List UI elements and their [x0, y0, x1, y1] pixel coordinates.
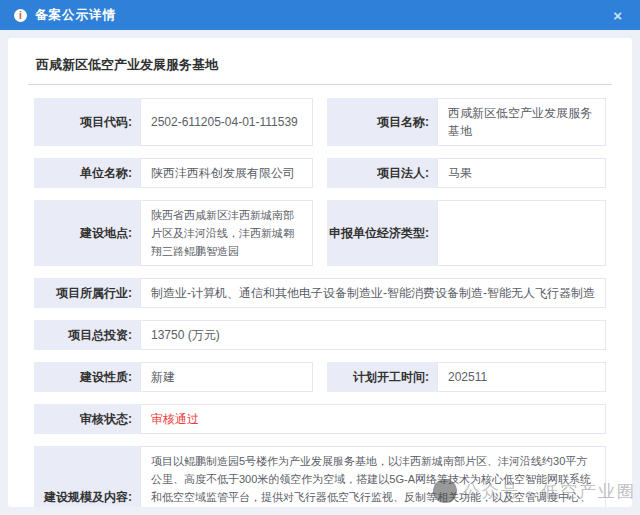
planned-start-time-value: 202511: [437, 362, 606, 392]
row-unit-legal: 单位名称: 陕西沣西科创发展有限公司 项目法人: 马果: [34, 158, 606, 188]
project-title: 西咸新区低空产业发展服务基地: [26, 50, 614, 84]
construction-nature-label: 建设性质:: [34, 362, 140, 392]
project-code-value: 2502-611205-04-01-111539: [140, 98, 313, 146]
detail-card: 西咸新区低空产业发展服务基地 项目代码: 2502-611205-04-01-1…: [8, 38, 632, 507]
field-audit-status: 审核状态: 审核通过: [34, 404, 606, 434]
info-circle-icon: i: [14, 9, 27, 22]
field-construction-nature: 建设性质: 新建: [34, 362, 313, 392]
row-industry: 项目所属行业: 制造业-计算机、通信和其他电子设备制造业-智能消费设备制造-智能…: [34, 278, 606, 308]
total-investment-label: 项目总投资:: [34, 320, 140, 350]
audit-status-badge: 审核通过: [140, 404, 606, 434]
construction-site-label: 建设地点:: [34, 200, 140, 266]
row-total-investment: 项目总投资: 13750 (万元): [34, 320, 606, 350]
row-nature-starttime: 建设性质: 新建 计划开工时间: 202511: [34, 362, 606, 392]
economic-type-value: [437, 200, 606, 266]
field-total-investment: 项目总投资: 13750 (万元): [34, 320, 606, 350]
industry-value: 制造业-计算机、通信和其他电子设备制造业-智能消费设备制造-智能无人飞行器制造: [140, 278, 606, 308]
field-project-code: 项目代码: 2502-611205-04-01-111539: [34, 98, 313, 146]
project-name-value: 西咸新区低空产业发展服务基地: [437, 98, 606, 146]
project-name-label: 项目名称:: [327, 98, 437, 146]
field-unit-name: 单位名称: 陕西沣西科创发展有限公司: [34, 158, 313, 188]
planned-start-time-label: 计划开工时间:: [327, 362, 437, 392]
close-icon[interactable]: ×: [609, 6, 626, 25]
unit-name-value: 陕西沣西科创发展有限公司: [140, 158, 313, 188]
unit-name-label: 单位名称:: [34, 158, 140, 188]
title-divider: [28, 84, 612, 85]
scale-content-label: 建设规模及内容:: [34, 446, 140, 507]
field-project-name: 项目名称: 西咸新区低空产业发展服务基地: [327, 98, 606, 146]
economic-type-label: 申报单位经济类型:: [327, 200, 437, 266]
project-code-label: 项目代码:: [34, 98, 140, 146]
scale-content-value: 项目以鲲鹏制造园5号楼作为产业发展服务基地，以沣西新城南部片区、沣河沿线约30平…: [140, 446, 606, 507]
total-investment-value: 13750 (万元): [140, 320, 606, 350]
field-industry: 项目所属行业: 制造业-计算机、通信和其他电子设备制造业-智能消费设备制造-智能…: [34, 278, 606, 308]
industry-label: 项目所属行业:: [34, 278, 140, 308]
field-economic-type: 申报单位经济类型:: [327, 200, 606, 266]
modal-header: i 备案公示详情 ×: [0, 0, 640, 30]
audit-status-label: 审核状态:: [34, 404, 140, 434]
field-scale-content: 建设规模及内容: 项目以鲲鹏制造园5号楼作为产业发展服务基地，以沣西新城南部片区…: [34, 446, 606, 507]
legal-person-value: 马果: [437, 158, 606, 188]
field-legal-person: 项目法人: 马果: [327, 158, 606, 188]
field-planned-start-time: 计划开工时间: 202511: [327, 362, 606, 392]
row-project-code-name: 项目代码: 2502-611205-04-01-111539 项目名称: 西咸新…: [34, 98, 606, 146]
legal-person-label: 项目法人:: [327, 158, 437, 188]
row-site-economic: 建设地点: 陕西省西咸新区沣西新城南部片区及沣河沿线，沣西新城翱翔三路鲲鹏智造园…: [34, 200, 606, 266]
row-scale-content: 建设规模及内容: 项目以鲲鹏制造园5号楼作为产业发展服务基地，以沣西新城南部片区…: [34, 446, 606, 507]
row-audit-status: 审核状态: 审核通过: [34, 404, 606, 434]
construction-site-value: 陕西省西咸新区沣西新城南部片区及沣河沿线，沣西新城翱翔三路鲲鹏智造园: [140, 200, 313, 266]
modal-title: 备案公示详情: [35, 7, 116, 24]
field-construction-site: 建设地点: 陕西省西咸新区沣西新城南部片区及沣河沿线，沣西新城翱翔三路鲲鹏智造园: [34, 200, 313, 266]
construction-nature-value: 新建: [140, 362, 313, 392]
